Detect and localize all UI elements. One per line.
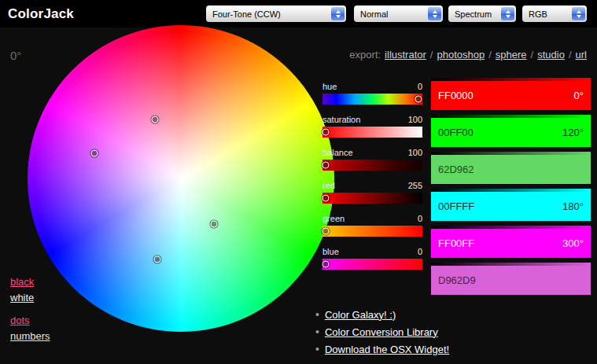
saturation-slider-marker[interactable] xyxy=(322,129,329,136)
red-slider-label: red xyxy=(322,181,335,190)
swatch-panel: FF0000 0° 00FF00 120° 62D962 00FFFF 180°… xyxy=(431,78,591,300)
background-white-link[interactable]: white xyxy=(10,292,34,303)
red-slider: red 255 xyxy=(322,181,422,204)
swatch-row[interactable]: 00FF00 120° xyxy=(431,115,591,147)
balance-slider-marker[interactable] xyxy=(322,162,329,169)
footer-links: • Color Galaxy! :) • Color Conversion Li… xyxy=(315,306,449,358)
swatch-hex: 00FFFF xyxy=(438,200,474,212)
export-label: export: xyxy=(349,49,381,61)
swatch-row[interactable]: FF00FF 300° xyxy=(431,226,591,258)
swatch-color[interactable]: 00FF00 120° xyxy=(431,118,591,147)
swatch-hex: D962D9 xyxy=(438,274,476,286)
wheel-type-select-value: Spectrum xyxy=(448,9,492,19)
balance-slider-value: 100 xyxy=(408,148,422,157)
red-slider-bar[interactable] xyxy=(322,193,422,204)
swatch-degree: 120° xyxy=(562,127,584,138)
green-slider-label: green xyxy=(322,214,345,223)
export-link-url[interactable]: url xyxy=(576,49,587,61)
red-slider-marker[interactable] xyxy=(322,195,329,202)
saturation-slider-value: 100 xyxy=(408,115,422,124)
scheme-select[interactable]: Four-Tone (CCW) xyxy=(206,6,346,22)
green-slider-value: 0 xyxy=(418,214,422,223)
blue-slider-label: blue xyxy=(322,247,339,256)
dropdown-arrows-icon xyxy=(428,7,441,20)
separator: / xyxy=(488,49,492,61)
wheel-dot[interactable] xyxy=(153,256,160,263)
blue-slider: blue 0 xyxy=(322,247,422,270)
balance-slider-bar[interactable] xyxy=(322,160,422,171)
bullet-icon: • xyxy=(315,308,319,321)
wheel-dot[interactable] xyxy=(211,221,218,228)
background-black-link[interactable]: black xyxy=(10,276,34,288)
top-bar: ColorJack Four-Tone (CCW) Normal Spectru… xyxy=(0,0,597,28)
hue-slider-marker[interactable] xyxy=(415,96,422,103)
green-slider-bar[interactable] xyxy=(322,226,422,237)
wheel-type-select[interactable]: Spectrum xyxy=(448,6,516,22)
download-osx-widget-link[interactable]: Download the OSX Widget! xyxy=(325,344,449,355)
bullet-icon: • xyxy=(315,343,319,355)
numbers-link[interactable]: numbers xyxy=(10,330,50,342)
saturation-slider-bar[interactable] xyxy=(322,127,422,138)
export-bar: export: illustrator / photoshop / sphere… xyxy=(349,49,587,61)
swatch-hex: 62D962 xyxy=(438,164,474,175)
red-slider-value: 255 xyxy=(408,181,422,190)
wheel-dot[interactable] xyxy=(91,150,98,157)
swatch-color[interactable]: FF00FF 300° xyxy=(431,229,591,258)
swatch-degree: 0° xyxy=(574,90,584,101)
export-link-illustrator[interactable]: illustrator xyxy=(385,49,426,61)
mode-select-value: Normal xyxy=(354,9,388,19)
swatch-hex: FF0000 xyxy=(438,90,474,101)
wheel-dot[interactable] xyxy=(151,116,158,123)
marker-toggle-links: dots numbers xyxy=(10,314,50,346)
swatch-color[interactable]: D962D9 xyxy=(431,266,591,295)
balance-slider: balance 100 xyxy=(322,148,422,171)
blue-slider-value: 0 xyxy=(418,247,422,256)
swatch-row[interactable]: FF0000 0° xyxy=(431,78,591,110)
color-wheel[interactable] xyxy=(28,25,334,332)
swatch-row[interactable]: 62D962 xyxy=(431,152,591,184)
dropdown-arrows-icon xyxy=(501,7,514,20)
saturation-slider: saturation 100 xyxy=(322,115,422,138)
export-link-photoshop[interactable]: photoshop xyxy=(437,49,485,61)
export-link-studio[interactable]: studio xyxy=(537,49,565,61)
blue-slider-marker[interactable] xyxy=(322,261,329,268)
slider-panel: hue 0 saturation 100 balance 100 red 255 xyxy=(322,82,422,280)
hue-slider-bar[interactable] xyxy=(322,94,422,105)
green-slider-marker[interactable] xyxy=(322,228,329,235)
color-galaxy-link[interactable]: Color Galaxy! :) xyxy=(325,309,396,321)
separator: / xyxy=(569,49,572,61)
swatch-color[interactable]: 00FFFF 180° xyxy=(431,192,591,221)
swatch-row[interactable]: 00FFFF 180° xyxy=(431,189,591,221)
swatch-degree: 180° xyxy=(562,200,584,212)
swatch-row[interactable]: D962D9 xyxy=(431,263,591,295)
blue-slider-bar[interactable] xyxy=(322,259,422,270)
saturation-slider-label: saturation xyxy=(322,115,360,124)
bullet-icon: • xyxy=(315,325,319,338)
swatch-hex: 00FF00 xyxy=(438,127,474,138)
separator: / xyxy=(531,49,534,61)
swatch-hex: FF00FF xyxy=(438,237,474,249)
export-link-sphere[interactable]: sphere xyxy=(496,49,527,61)
hue-slider-value: 0 xyxy=(418,82,422,91)
background-toggle-links: black white xyxy=(10,276,34,307)
hue-slider-label: hue xyxy=(322,82,337,91)
swatch-degree: 300° xyxy=(562,237,584,249)
colorspace-select-value: RGB xyxy=(522,9,547,19)
swatch-color[interactable]: FF0000 0° xyxy=(431,81,591,110)
dropdown-arrows-icon xyxy=(572,7,585,20)
green-slider: green 0 xyxy=(322,214,422,237)
separator: / xyxy=(430,49,433,61)
hue-slider: hue 0 xyxy=(322,82,422,105)
mode-select[interactable]: Normal xyxy=(354,6,443,22)
app-logo: ColorJack xyxy=(8,6,74,22)
hue-angle-label: 0° xyxy=(10,49,21,62)
swatch-color[interactable]: 62D962 xyxy=(431,155,591,184)
color-conversion-library-link[interactable]: Color Conversion Library xyxy=(325,326,438,338)
colorspace-select[interactable]: RGB xyxy=(522,6,587,22)
balance-slider-label: balance xyxy=(322,148,353,157)
dropdown-arrows-icon xyxy=(331,7,345,20)
scheme-select-value: Four-Tone (CCW) xyxy=(206,9,281,19)
dots-link[interactable]: dots xyxy=(10,314,50,326)
